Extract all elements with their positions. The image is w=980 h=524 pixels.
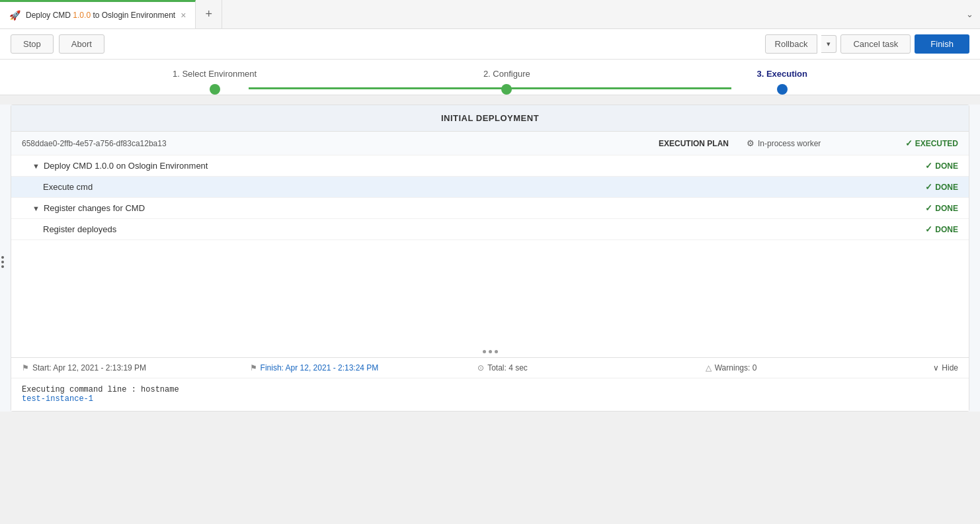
finish-time-label: Finish: Apr 12, 2021 - 2:13:24 PM: [261, 363, 379, 372]
check-icon-task1: ✓: [925, 161, 932, 171]
task-2-status: ✓ DONE: [879, 203, 958, 213]
total-clock-icon: ⊙: [477, 363, 484, 372]
rollback-button[interactable]: Rollback: [765, 34, 818, 54]
tab-title: Deploy CMD 1.0.0 to Oslogin Environment: [26, 11, 175, 20]
step-2: 2. Configure: [483, 69, 530, 95]
steps-container: 1. Select Environment 2. Configure 3. Ex…: [0, 60, 980, 95]
step-3: 3. Execution: [756, 69, 807, 95]
subtask-2-name: Register deployeds: [43, 224, 879, 234]
toolbar: Stop Abort Rollback ▾ Cancel task Finish: [0, 29, 980, 60]
deployment-header: INITIAL DEPLOYMENT: [11, 105, 969, 132]
check-icon-subtask2: ✓: [925, 224, 932, 234]
new-tab-button[interactable]: +: [196, 0, 222, 28]
total-time-label: Total: 4 sec: [487, 363, 528, 372]
abort-button[interactable]: Abort: [59, 34, 104, 54]
footer-bar: ⚑ Start: Apr 12, 2021 - 2:13:19 PM ⚑ Fin…: [11, 357, 969, 378]
step-2-dot: [501, 84, 512, 95]
finish-time-item: ⚑ Finish: Apr 12, 2021 - 2:13:24 PM: [250, 363, 478, 372]
worker-info: ⚙ In-process worker: [747, 138, 879, 148]
sidebar-dot-3: [1, 265, 4, 268]
subtask-2-status: ✓ DONE: [879, 224, 958, 234]
step-1: 1. Select Environment: [173, 69, 257, 95]
start-time-item: ⚑ Start: Apr 12, 2021 - 2:13:19 PM: [22, 363, 250, 372]
subtask-row-2: Register deployeds ✓ DONE: [11, 219, 969, 240]
gear-icon: ⚙: [747, 138, 755, 148]
tab-icon: 🚀: [9, 10, 20, 21]
sidebar-handle[interactable]: [1, 256, 4, 268]
execution-plan-label: EXECUTION PLAN: [641, 139, 747, 148]
tab-close-button[interactable]: ×: [181, 10, 186, 21]
warnings-label: Warnings: 0: [715, 363, 757, 372]
start-time-label: Start: Apr 12, 2021 - 2:13:19 PM: [32, 363, 146, 372]
dot-1: [483, 350, 486, 353]
hide-chevron-icon: ∨: [933, 363, 939, 372]
steps-track: 1. Select Environment 2. Configure 3. Ex…: [173, 69, 807, 95]
hide-label: Hide: [942, 363, 958, 372]
tab-bar: 🚀 Deploy CMD 1.0.0 to Oslogin Environmen…: [0, 0, 980, 29]
execution-id: 658ddae0-2ffb-4e57-a756-df83ca12ba13: [22, 139, 641, 148]
step-1-label: 1. Select Environment: [173, 69, 257, 79]
task-1-status: ✓ DONE: [879, 161, 958, 171]
subtask-row-1: Execute cmd ✓ DONE: [11, 177, 969, 198]
check-icon-task2: ✓: [925, 203, 932, 213]
console-line-1: Executing command line : hostname: [22, 385, 958, 394]
console-output: Executing command line : hostname test-i…: [11, 378, 969, 411]
hide-button[interactable]: ∨ Hide: [933, 363, 958, 372]
empty-space: [11, 240, 969, 346]
task-1-arrow: ▼: [32, 162, 40, 170]
step-3-dot: [777, 84, 788, 95]
sidebar-dot-1: [1, 256, 4, 259]
task-2-arrow: ▼: [32, 204, 40, 212]
warnings-item: △ Warnings: 0: [706, 363, 934, 372]
tab-expand-button[interactable]: ⌄: [959, 0, 980, 28]
step-1-dot: [210, 84, 220, 95]
execution-status: ✓ EXECUTED: [879, 138, 958, 148]
warnings-triangle-icon: △: [706, 363, 712, 372]
active-tab[interactable]: 🚀 Deploy CMD 1.0.0 to Oslogin Environmen…: [0, 0, 196, 28]
dot-3: [495, 350, 498, 353]
cancel-task-button[interactable]: Cancel task: [840, 34, 911, 54]
subtask-1-name: Execute cmd: [43, 182, 879, 192]
stop-button[interactable]: Stop: [11, 34, 54, 54]
console-line-2: test-instance-1: [22, 394, 958, 404]
dots-row: [11, 346, 969, 357]
step-3-label: 3. Execution: [756, 69, 807, 79]
finish-flag-icon: ⚑: [250, 363, 257, 372]
start-flag-icon: ⚑: [22, 363, 29, 372]
main-content: INITIAL DEPLOYMENT 658ddae0-2ffb-4e57-a7…: [0, 105, 980, 412]
tab-version: 1.0.0: [73, 11, 91, 20]
dot-2: [489, 350, 492, 353]
rollback-dropdown-button[interactable]: ▾: [821, 35, 837, 53]
check-icon-subtask1: ✓: [925, 182, 932, 192]
execution-row: 658ddae0-2ffb-4e57-a756-df83ca12ba13 EXE…: [11, 132, 969, 155]
task-row-1: ▼ Deploy CMD 1.0.0 on Oslogin Environmen…: [11, 155, 969, 177]
deployment-panel: INITIAL DEPLOYMENT 658ddae0-2ffb-4e57-a7…: [11, 105, 969, 412]
subtask-1-status: ✓ DONE: [879, 182, 958, 192]
toolbar-right: Rollback ▾ Cancel task Finish: [765, 34, 969, 54]
task-1-name: Deploy CMD 1.0.0 on Oslogin Environment: [44, 161, 879, 171]
step-2-label: 2. Configure: [483, 69, 530, 79]
total-time-item: ⊙ Total: 4 sec: [477, 363, 706, 372]
finish-button[interactable]: Finish: [915, 34, 969, 54]
task-2-name: Register changes for CMD: [44, 203, 879, 213]
sidebar-dot-2: [1, 261, 4, 263]
task-row-2: ▼ Register changes for CMD ✓ DONE: [11, 198, 969, 219]
check-icon-executed: ✓: [905, 138, 913, 148]
